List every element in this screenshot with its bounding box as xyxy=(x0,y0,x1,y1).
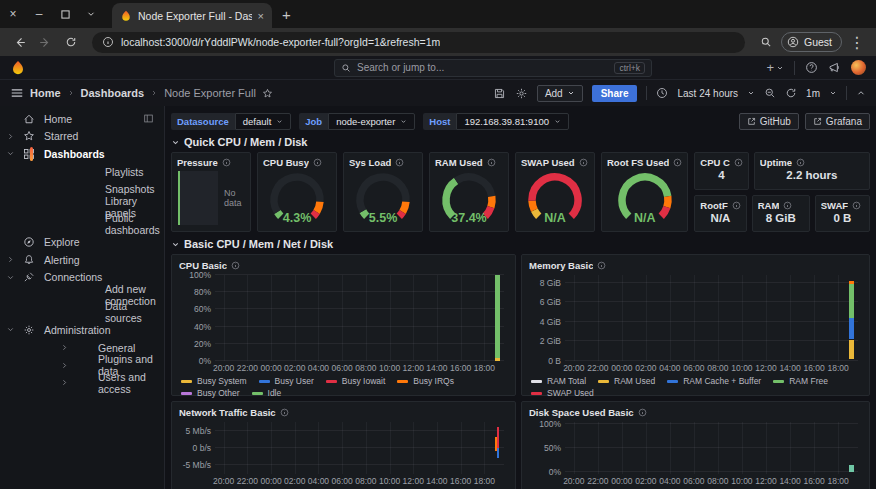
breadcrumb-dashboards[interactable]: Dashboards xyxy=(81,87,145,99)
info-icon[interactable] xyxy=(579,158,588,167)
legend-item[interactable]: Busy System xyxy=(181,376,247,386)
collapse-toolbar-icon[interactable] xyxy=(856,88,866,98)
forward-icon[interactable] xyxy=(34,31,56,53)
legend-item[interactable]: Busy User xyxy=(259,376,314,386)
panel-title[interactable]: SWAP Used xyxy=(521,157,575,168)
sidebar-item-users-and-access[interactable]: Users and access xyxy=(0,374,164,392)
panel-title[interactable]: RAM Used xyxy=(435,157,483,168)
legend-item[interactable]: Idle xyxy=(252,388,282,398)
tab-close-icon[interactable]: × xyxy=(258,10,264,22)
browser-tab[interactable]: Node Exporter Full - Das × xyxy=(112,3,272,28)
legend-item[interactable]: Busy IRQs xyxy=(397,376,454,386)
address-bar[interactable]: localhost:3000/d/rYdddlPWk/node-exporter… xyxy=(92,32,745,53)
time-range-picker[interactable]: Last 24 hours xyxy=(677,88,738,99)
info-icon[interactable] xyxy=(638,408,647,417)
sidebar-item-playlists[interactable]: Playlists xyxy=(0,163,164,181)
new-menu-button[interactable]: + xyxy=(766,60,784,75)
panel-title[interactable]: Root FS Used xyxy=(607,157,669,168)
legend-item[interactable]: RAM Total xyxy=(531,376,586,386)
legend-item[interactable]: RAM Cache + Buffer xyxy=(667,376,761,386)
favorite-star-icon[interactable] xyxy=(262,88,273,99)
legend-item[interactable]: Busy Other xyxy=(181,388,240,398)
panel-title[interactable]: Disk Space Used Basic xyxy=(529,407,634,418)
profile-button[interactable]: Guest xyxy=(781,32,842,52)
info-icon[interactable] xyxy=(673,158,682,167)
panel-title[interactable]: Pressure xyxy=(177,157,218,168)
panel-title[interactable]: Sys Load xyxy=(349,157,391,168)
legend-item[interactable]: RAM Free xyxy=(773,376,828,386)
sidebar-item-data-sources[interactable]: Data sources xyxy=(0,304,164,322)
browser-search-icon[interactable] xyxy=(755,31,777,53)
plot-area[interactable] xyxy=(215,275,504,361)
sidebar-item-starred[interactable]: Starred xyxy=(0,128,164,146)
dock-menu-icon[interactable] xyxy=(143,113,154,124)
github-link-button[interactable]: GitHub xyxy=(739,113,799,130)
new-tab-button[interactable]: + xyxy=(282,6,291,23)
panel-title[interactable]: CPU C xyxy=(700,157,730,168)
info-icon[interactable] xyxy=(732,201,741,210)
row-basic-cpu-mem-net-disk[interactable]: Basic CPU / Mem / Net / Disk xyxy=(171,236,870,252)
panel-title[interactable]: Memory Basic xyxy=(529,260,593,271)
grafana-link-button[interactable]: Grafana xyxy=(805,113,870,130)
grafana-logo[interactable] xyxy=(10,60,26,76)
info-icon[interactable] xyxy=(734,158,743,167)
sidebar-item-dashboards[interactable]: Dashboards xyxy=(0,145,164,163)
back-icon[interactable] xyxy=(8,31,30,53)
sidebar-item-home[interactable]: Home xyxy=(0,110,164,128)
panel-title[interactable]: CPU Busy xyxy=(263,157,309,168)
window-menu-chevron-icon[interactable] xyxy=(78,4,104,24)
plot-area[interactable] xyxy=(565,275,858,361)
info-icon[interactable] xyxy=(395,158,404,167)
dashboard-settings-icon[interactable] xyxy=(515,87,528,100)
sidebar-item-explore[interactable]: Explore xyxy=(0,233,164,251)
info-icon[interactable] xyxy=(487,158,496,167)
search-input[interactable]: Search or jump to... ctrl+k xyxy=(334,59,652,77)
sidebar-item-alerting[interactable]: Alerting xyxy=(0,251,164,269)
mega-menu-icon[interactable] xyxy=(10,86,24,100)
browser-menu-icon[interactable]: ⋮ xyxy=(846,31,868,53)
sidebar-item-public-dashboards[interactable]: Public dashboards xyxy=(0,216,164,234)
panel-title[interactable]: RootF xyxy=(700,200,727,211)
panel-title[interactable]: Network Traffic Basic xyxy=(179,407,276,418)
plot-area[interactable] xyxy=(215,422,504,474)
breadcrumb-home[interactable]: Home xyxy=(30,87,61,99)
info-icon[interactable] xyxy=(222,158,231,167)
legend-item[interactable]: SWAP Used xyxy=(531,388,594,398)
panel-title[interactable]: RAM xyxy=(758,200,780,211)
info-icon[interactable] xyxy=(231,261,240,270)
refresh-interval-picker[interactable]: 1m xyxy=(806,88,820,99)
sidebar-item-administration[interactable]: Administration xyxy=(0,321,164,339)
add-panel-button[interactable]: Add xyxy=(537,85,583,102)
window-close-icon[interactable]: × xyxy=(0,4,26,24)
user-avatar[interactable] xyxy=(851,60,866,75)
x-tick-label: 18:00 xyxy=(474,363,495,373)
legend-item[interactable]: RAM Used xyxy=(598,376,655,386)
zoom-out-time-icon[interactable] xyxy=(764,87,776,99)
legend-item[interactable]: Busy Iowait xyxy=(326,376,385,386)
site-info-icon[interactable] xyxy=(102,36,114,48)
save-dashboard-icon[interactable] xyxy=(493,87,506,100)
info-icon[interactable] xyxy=(280,408,289,417)
host-select[interactable]: 192.168.39.81:9100 xyxy=(456,113,569,130)
info-icon[interactable] xyxy=(597,261,606,270)
info-icon[interactable] xyxy=(796,158,805,167)
sidebar-item-label: Connections xyxy=(44,271,102,283)
help-icon[interactable] xyxy=(805,61,818,74)
info-icon[interactable] xyxy=(852,201,861,210)
panel-title[interactable]: Uptime xyxy=(760,157,792,168)
panel-title[interactable]: SWAF xyxy=(821,200,848,211)
info-icon[interactable] xyxy=(783,201,792,210)
stat-value: 8 GiB xyxy=(758,211,804,228)
datasource-select[interactable]: default xyxy=(235,113,292,130)
plot-area[interactable] xyxy=(565,422,858,474)
reload-icon[interactable] xyxy=(60,31,82,53)
job-select[interactable]: node-exporter xyxy=(328,113,415,130)
window-maximize-icon[interactable] xyxy=(52,4,78,24)
profile-label: Guest xyxy=(804,36,832,48)
info-icon[interactable] xyxy=(313,158,322,167)
news-icon[interactable] xyxy=(828,61,841,74)
refresh-icon[interactable] xyxy=(785,87,797,99)
row-quick-cpu-mem-disk[interactable]: Quick CPU / Mem / Disk xyxy=(171,134,870,150)
share-button[interactable]: Share xyxy=(592,85,638,102)
window-minimize-icon[interactable]: – xyxy=(26,4,52,24)
